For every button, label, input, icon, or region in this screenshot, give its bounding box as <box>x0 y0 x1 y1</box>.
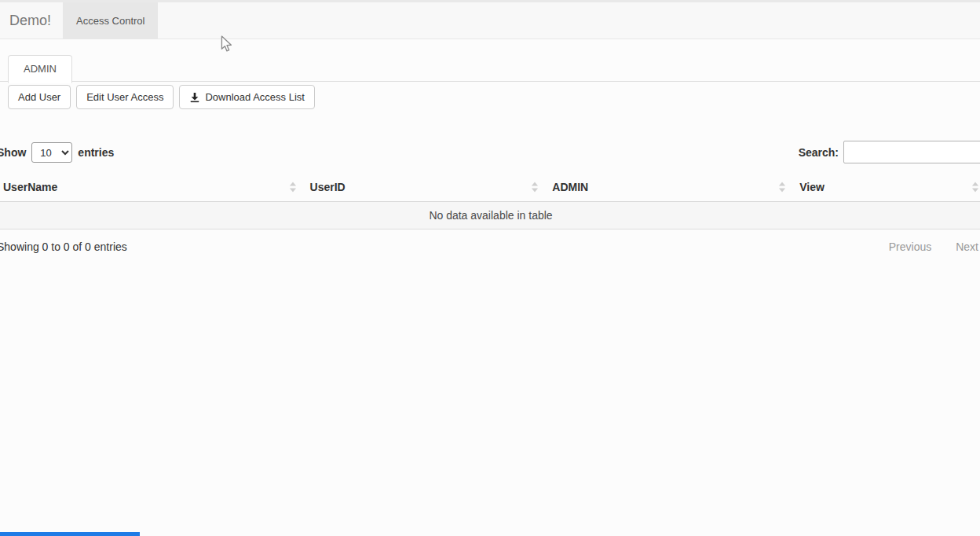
empty-table-message: No data available in table <box>0 202 980 229</box>
navbar: Demo! Access Control <box>0 0 980 39</box>
tab-admin[interactable]: ADMIN <box>8 55 72 83</box>
search-input[interactable] <box>843 141 980 163</box>
previous-page-button[interactable]: Previous <box>889 240 931 253</box>
column-header-username[interactable]: UserName <box>0 173 303 202</box>
navbar-brand[interactable]: Demo! <box>0 2 63 39</box>
bottom-blue-bar <box>0 532 140 536</box>
toolbar: Add User Edit User Access Download Acces… <box>8 85 980 109</box>
entries-info: Showing 0 to 0 of 0 entries <box>0 240 127 253</box>
add-user-button[interactable]: Add User <box>8 85 71 109</box>
search-label: Search: <box>799 146 839 159</box>
entries-length-control: Show 10 entries <box>0 142 114 163</box>
sort-icon <box>290 182 296 193</box>
sort-icon <box>972 182 978 193</box>
access-table: UserName UserID ADMIN View No data avail… <box>0 173 980 229</box>
next-page-button[interactable]: Next <box>956 240 978 253</box>
show-label: Show <box>0 146 26 159</box>
download-access-list-button-label: Download Access List <box>205 91 304 103</box>
pagination: Previous Next <box>889 240 978 253</box>
table-header-row: UserName UserID ADMIN View <box>0 173 980 202</box>
column-header-admin[interactable]: ADMIN <box>545 173 792 202</box>
sort-icon <box>532 182 538 193</box>
column-header-view-label: View <box>799 181 825 193</box>
search-control: Search: <box>799 141 980 163</box>
entries-label: entries <box>78 146 114 159</box>
edit-user-access-button-label: Edit User Access <box>86 91 163 103</box>
entries-select[interactable]: 10 <box>31 142 72 163</box>
download-access-list-button[interactable]: Download Access List <box>179 85 314 109</box>
edit-user-access-button[interactable]: Edit User Access <box>76 85 174 109</box>
empty-table-row: No data available in table <box>0 202 980 229</box>
sort-icon <box>779 182 785 193</box>
add-user-button-label: Add User <box>18 91 60 103</box>
datatable-footer: Showing 0 to 0 of 0 entries Previous Nex… <box>0 240 980 256</box>
download-icon <box>189 92 200 103</box>
nav-item-access-control[interactable]: Access Control <box>63 2 158 39</box>
column-header-username-label: UserName <box>3 181 57 193</box>
datatable-controls: Show 10 entries Search: <box>0 141 980 164</box>
tab-bar: ADMIN <box>0 54 980 82</box>
column-header-userid[interactable]: UserID <box>303 173 546 202</box>
column-header-admin-label: ADMIN <box>552 181 588 193</box>
column-header-view[interactable]: View <box>792 173 980 202</box>
column-header-userid-label: UserID <box>310 181 346 193</box>
